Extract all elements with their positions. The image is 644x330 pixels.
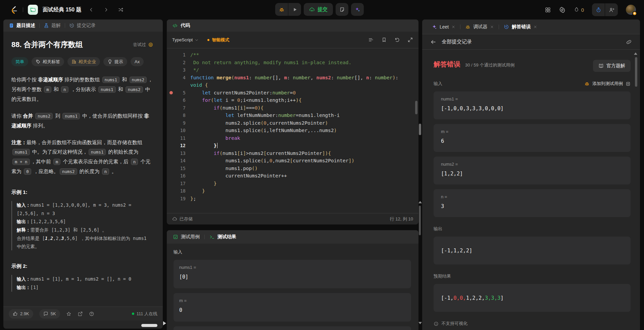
scroll-down-arrow[interactable] [418,322,422,324]
code-line[interactable]: 3 */ [167,66,418,74]
code-line[interactable]: 5 let currentNums2Pointer:number=0 [167,89,418,97]
code-line[interactable]: 11 break [167,134,418,142]
test-input-card[interactable]: m =0 [174,293,411,322]
tab-submissions[interactable]: 提交记录 [69,23,96,29]
gear-icon[interactable] [559,7,565,13]
scroll-up-arrow[interactable] [418,201,422,203]
breakpoint-gutter[interactable] [167,150,176,157]
daily-streak[interactable]: 0 [574,7,584,13]
code-editor[interactable]: 1/**2 Do not return anything, modify num… [167,48,418,202]
attempted-badge[interactable]: 尝试过 [133,42,153,48]
badge-hints[interactable]: 提示 [103,57,127,66]
breakpoint-gutter[interactable] [167,127,176,134]
badge-formula-toggle[interactable]: Ax [131,57,144,66]
smart-mode-toggle[interactable]: 智能模式 [207,37,229,43]
code-line[interactable]: 2 Do not return anything, modify nums1 i… [167,59,418,67]
code-line[interactable]: 1/** [167,51,418,59]
bookmark-icon[interactable] [381,37,387,43]
code-line[interactable]: 16 currentNums2Pointer++ [167,172,418,180]
debug-button[interactable] [275,3,288,16]
reset-code-icon[interactable] [394,37,400,43]
badge-difficulty[interactable]: 简单 [11,57,28,66]
breakpoint-gutter[interactable] [167,142,176,150]
tab-leet-ai[interactable]: Leet [432,24,455,30]
fullscreen-icon[interactable] [407,37,413,43]
avatar[interactable]: ★ [626,5,636,15]
breakpoint-gutter[interactable] [167,74,176,89]
breakpoint-gutter[interactable] [167,157,176,165]
code-line[interactable]: 6 for(let i = 0;i<nums1.length;i++){ [167,96,418,104]
code-line[interactable]: 8 let leftNumNumber:number=nums1.length-… [167,112,418,119]
code-line[interactable]: 19}; [167,195,418,203]
close-icon[interactable] [533,25,537,29]
invite-button[interactable] [605,3,618,16]
cursor-position[interactable]: 行 12, 列 10 [390,216,413,222]
all-submissions-label[interactable]: 全部提交记录 [442,39,472,45]
code-line[interactable]: 15 nums1.pop() [167,165,418,172]
panel-splitter-handle[interactable] [419,124,421,135]
breakpoint-gutter[interactable] [167,66,176,74]
code-line[interactable]: 18 } [167,187,418,195]
breakpoint-gutter[interactable] [167,165,176,172]
breakpoint-dot[interactable] [169,91,173,94]
breakpoint-gutter[interactable] [167,96,176,104]
add-to-testcase[interactable]: 添加到测试用例 [592,81,623,87]
like-button[interactable]: 2.9K [9,309,33,319]
format-code-icon[interactable] [368,37,374,43]
close-icon[interactable] [490,25,494,29]
tab-wrong-answer[interactable]: 解答错误 [504,24,537,30]
breakpoint-gutter[interactable] [167,187,176,195]
tab-debugger[interactable]: 调试器 [465,24,494,30]
code-line[interactable]: 7 if(nums1[i]===0){ [167,104,418,112]
breakpoint-gutter[interactable] [167,59,176,67]
code-line[interactable]: 4function merge(nums1: number[], m: numb… [167,74,418,89]
share-icon[interactable] [78,311,83,317]
prev-question-button[interactable] [86,5,96,15]
badge-related-tags[interactable]: 相关标签 [32,57,64,66]
layout-icon[interactable] [545,7,551,13]
breakpoint-gutter[interactable] [167,172,176,180]
submit-button[interactable]: 提交 [304,3,333,16]
middle-scrollbar-thumb[interactable] [419,206,421,235]
link-icon[interactable] [626,39,632,45]
tab-solutions[interactable]: 题解 [44,23,61,29]
study-plan-icon[interactable]: TOP [28,5,38,15]
scrollbar-up-arrow[interactable] [634,52,637,55]
code-line[interactable]: 17 } [167,180,418,188]
notes-button[interactable] [336,3,348,16]
test-input-card[interactable]: nums2 =[1,2,2] [174,326,411,330]
breakpoint-gutter[interactable] [167,134,176,142]
official-solution-button[interactable]: 官方题解 [593,60,631,72]
breakpoint-gutter[interactable] [167,112,176,119]
breakpoint-gutter[interactable] [167,104,176,112]
help-icon[interactable] [89,311,94,317]
code-line[interactable]: 13 if(nums1[i]>nums2[currentNums2Pointer… [167,150,418,157]
run-button[interactable] [288,3,301,16]
language-select[interactable]: TypeScript [172,37,199,42]
comments-button[interactable]: 5K [39,309,60,319]
timer-button[interactable] [592,3,605,16]
breakpoint-gutter[interactable] [167,119,176,127]
horizontal-scrollbar-thumb[interactable] [141,324,157,327]
test-input-card[interactable]: nums1 =[0] [174,260,411,288]
breakpoint-gutter[interactable] [167,180,176,188]
code-line[interactable]: 12 } [167,142,418,150]
code-line[interactable]: 9 nums2.splice(0,currentNums2Pointer) [167,119,418,127]
tab-description[interactable]: 题目描述 [9,23,35,29]
badge-related-companies[interactable]: 相关企业 [67,57,100,66]
leetcode-logo[interactable] [9,5,18,14]
tab-testcase[interactable]: 测试用例 [173,234,200,240]
back-arrow-icon[interactable] [430,39,436,45]
scrollbar-thumb[interactable] [635,57,637,87]
code-line[interactable]: 10 nums1.splice(i,leftNumNumber,...nums2… [167,127,418,134]
panel-expand-arrow[interactable] [163,321,166,325]
debug-case-icon[interactable] [584,81,590,86]
breakpoint-gutter[interactable] [167,89,176,97]
breakpoint-gutter[interactable] [167,195,176,203]
input-value[interactable]: [0] [179,274,405,280]
random-question-button[interactable] [116,5,126,15]
tab-test-result[interactable]: 测试结果 [209,234,236,240]
next-question-button[interactable] [101,5,111,15]
square-plus-icon[interactable] [626,81,631,86]
code-line[interactable]: 14 nums1.splice(i,0,nums2[currentNums2Po… [167,157,418,165]
